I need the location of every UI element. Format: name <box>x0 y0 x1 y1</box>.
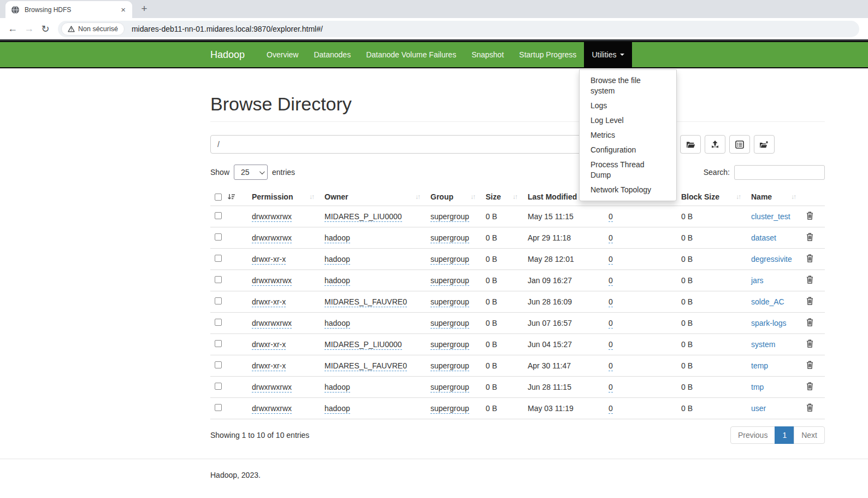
file-link[interactable]: dataset <box>751 233 776 242</box>
group-value[interactable]: supergroup <box>430 255 469 265</box>
delete-icon[interactable] <box>806 254 813 264</box>
owner-value[interactable]: MIDARES_P_LIU0000 <box>324 340 402 350</box>
row-checkbox[interactable] <box>215 233 222 241</box>
sort-icon[interactable]: ↓↑ <box>415 193 422 201</box>
nav-item-datanodes[interactable]: Datanodes <box>306 42 358 67</box>
permission-value[interactable]: drwxrwxrwx <box>252 383 292 392</box>
group-value[interactable]: supergroup <box>430 276 469 286</box>
replication-value[interactable]: 0 <box>609 383 613 392</box>
permission-value[interactable]: drwxrwxrwx <box>252 212 292 222</box>
row-checkbox[interactable] <box>215 297 222 304</box>
replication-value[interactable]: 0 <box>609 276 613 286</box>
security-badge[interactable]: Non sécurisé <box>61 22 125 36</box>
owner-value[interactable]: hadoop <box>324 276 350 286</box>
file-link[interactable]: spark-logs <box>751 319 787 327</box>
previous-page-button[interactable]: Previous <box>730 426 775 444</box>
delete-icon[interactable] <box>806 318 813 328</box>
row-checkbox[interactable] <box>215 340 222 347</box>
sort-icon[interactable]: ↓↑ <box>736 193 742 201</box>
navbar-brand[interactable]: Hadoop <box>210 42 259 67</box>
owner-value[interactable]: MIDARES_L_FAUVRE0 <box>324 361 407 371</box>
file-info-button[interactable] <box>729 135 750 154</box>
replication-value[interactable]: 0 <box>609 319 613 329</box>
close-tab-icon[interactable]: × <box>120 5 127 14</box>
menu-item-network-topology[interactable]: Network Topology <box>580 183 676 197</box>
replication-value[interactable]: 0 <box>609 340 613 350</box>
column-header-owner[interactable]: Owner↓↑ <box>320 188 426 206</box>
sort-icon[interactable]: ↓↑ <box>470 193 477 201</box>
row-checkbox[interactable] <box>215 319 222 326</box>
replication-value[interactable]: 0 <box>609 255 613 265</box>
row-checkbox[interactable] <box>215 212 222 219</box>
menu-item-browse-the-file-system[interactable]: Browse the file system <box>580 73 676 98</box>
group-value[interactable]: supergroup <box>430 233 469 243</box>
file-link[interactable]: user <box>751 404 766 413</box>
menu-item-configuration[interactable]: Configuration <box>580 143 676 157</box>
file-link[interactable]: degressivite <box>751 255 792 263</box>
delete-icon[interactable] <box>806 276 813 285</box>
permission-value[interactable]: drwxrwxrwx <box>252 233 292 243</box>
delete-icon[interactable] <box>806 339 813 349</box>
select-all-checkbox[interactable] <box>215 194 222 201</box>
nav-item-utilities[interactable]: Utilities <box>584 42 631 67</box>
permission-value[interactable]: drwxr-xr-x <box>252 255 286 265</box>
page-size-select[interactable]: 25 <box>234 165 268 180</box>
upload-file-button[interactable] <box>705 135 725 154</box>
menu-item-log-level[interactable]: Log Level <box>580 113 676 128</box>
open-directory-button[interactable] <box>680 135 701 154</box>
new-tab-button[interactable]: + <box>138 3 151 15</box>
back-icon[interactable]: ← <box>4 23 21 34</box>
permission-value[interactable]: drwxrwxrwx <box>252 276 292 286</box>
group-value[interactable]: supergroup <box>430 383 469 392</box>
menu-item-logs[interactable]: Logs <box>580 98 676 113</box>
nav-item-datanode-volume-failures[interactable]: Datanode Volume Failures <box>358 42 464 67</box>
permission-value[interactable]: drwxrwxrwx <box>252 404 292 414</box>
address-bar[interactable]: Non sécurisé midares-deb11-nn-01.midares… <box>58 21 859 37</box>
replication-value[interactable]: 0 <box>609 297 613 307</box>
permission-value[interactable]: drwxr-xr-x <box>252 361 286 371</box>
row-checkbox[interactable] <box>215 255 222 262</box>
group-value[interactable]: supergroup <box>430 297 469 307</box>
file-link[interactable]: jars <box>751 276 764 285</box>
column-header-block-size[interactable]: Block Size↓↑ <box>677 188 747 206</box>
replication-value[interactable]: 0 <box>609 233 613 243</box>
replication-value[interactable]: 0 <box>609 404 613 414</box>
page-1-button[interactable]: 1 <box>775 426 794 444</box>
file-link[interactable]: temp <box>751 361 768 370</box>
file-link[interactable]: cluster_test <box>751 212 790 221</box>
row-checkbox[interactable] <box>215 404 222 411</box>
replication-value[interactable]: 0 <box>609 361 613 371</box>
nav-item-startup-progress[interactable]: Startup Progress <box>511 42 584 67</box>
menu-item-metrics[interactable]: Metrics <box>580 128 676 143</box>
column-header-permission[interactable]: Permission↓↑ <box>247 188 320 206</box>
column-header-size[interactable]: Size↓↑ <box>481 188 523 206</box>
next-page-button[interactable]: Next <box>794 426 825 444</box>
column-header-name[interactable]: Name↓↑ <box>747 188 802 206</box>
search-input[interactable] <box>734 165 825 180</box>
delete-icon[interactable] <box>806 403 813 413</box>
owner-value[interactable]: MIDARES_L_FAUVRE0 <box>324 297 407 307</box>
create-directory-button[interactable] <box>754 135 775 154</box>
owner-value[interactable]: hadoop <box>324 255 350 265</box>
permission-value[interactable]: drwxrwxrwx <box>252 319 292 329</box>
owner-value[interactable]: hadoop <box>324 383 350 392</box>
group-value[interactable]: supergroup <box>430 404 469 414</box>
sort-icon[interactable]: ↓↑ <box>791 193 798 201</box>
nav-item-overview[interactable]: Overview <box>259 42 306 67</box>
column-header-group[interactable]: Group↓↑ <box>426 188 481 206</box>
owner-value[interactable]: MIDARES_P_LIU0000 <box>324 212 402 222</box>
group-value[interactable]: supergroup <box>430 319 469 329</box>
delete-icon[interactable] <box>806 361 813 371</box>
owner-value[interactable]: hadoop <box>324 319 350 329</box>
row-checkbox[interactable] <box>215 361 222 368</box>
sort-icon[interactable]: ↓↑ <box>512 193 519 201</box>
group-value[interactable]: supergroup <box>430 212 469 222</box>
owner-value[interactable]: hadoop <box>324 404 350 414</box>
row-checkbox[interactable] <box>215 383 222 390</box>
menu-item-process-thread-dump[interactable]: Process Thread Dump <box>580 157 676 183</box>
url-text[interactable]: midares-deb11-nn-01.midares.local:9870/e… <box>132 25 323 33</box>
permission-value[interactable]: drwxr-xr-x <box>252 340 286 350</box>
reload-icon[interactable]: ↻ <box>37 23 54 35</box>
nav-item-snapshot[interactable]: Snapshot <box>464 42 511 67</box>
delete-icon[interactable] <box>806 212 813 221</box>
